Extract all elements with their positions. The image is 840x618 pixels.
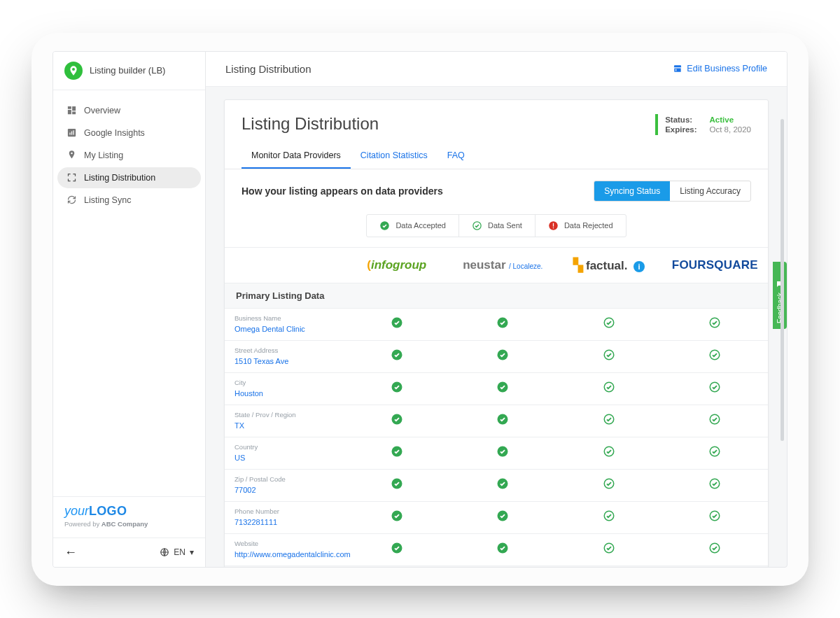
nav-mylisting[interactable]: My Listing xyxy=(57,145,201,166)
status-cell xyxy=(556,340,662,372)
dashboard-icon xyxy=(66,105,77,116)
status-cell xyxy=(556,308,662,340)
status-label: Status: xyxy=(665,115,696,124)
nav-sync[interactable]: Listing Sync xyxy=(57,190,201,211)
svg-rect-8 xyxy=(553,223,554,226)
legend: Data Accepted Data Sent Data Rejected xyxy=(241,214,751,237)
edit-business-profile-link[interactable]: Edit Business Profile xyxy=(673,64,767,73)
check-filled-icon xyxy=(379,220,390,231)
store-icon xyxy=(673,64,682,73)
status-cell xyxy=(344,340,450,372)
legend-rejected: Data Rejected xyxy=(535,215,626,237)
alert-icon xyxy=(548,220,559,231)
status-cell xyxy=(344,372,450,405)
data-row: Street Address1510 Texas Ave xyxy=(225,340,768,372)
status-cell xyxy=(662,405,769,437)
feedback-tab[interactable]: Feedback xyxy=(773,262,787,329)
row-label: Business NameOmega Dental Clinic xyxy=(225,308,344,340)
expires-value: Oct 8, 2020 xyxy=(710,125,751,134)
field-value-link[interactable]: 77002 xyxy=(234,486,256,494)
nav-label: My Listing xyxy=(84,150,123,160)
field-value-link[interactable]: http://www.omegadentalclinic.com xyxy=(234,550,351,559)
status-cell xyxy=(450,405,556,437)
status-cell xyxy=(344,501,450,533)
data-row: Business NameOmega Dental Clinic xyxy=(225,308,768,340)
legend-sent: Data Sent xyxy=(458,215,535,237)
svg-rect-2 xyxy=(71,132,71,135)
sidebar-nav: Overview Google Insights My Listing List… xyxy=(53,90,205,496)
provider-factual: ▚ factual. i xyxy=(556,247,662,283)
data-row: CityHouston xyxy=(225,372,768,405)
field-value-link[interactable]: 1510 Texas Ave xyxy=(234,357,288,365)
language-selector[interactable]: EN ▾ xyxy=(160,547,194,557)
section-additional: Additional Listing DataAccuracy monitori… xyxy=(225,566,768,567)
main: Listing Distribution Edit Business Profi… xyxy=(206,52,787,567)
view-toggle: Syncing Status Listing Accuracy xyxy=(594,181,751,202)
app-logo-icon xyxy=(64,62,83,80)
sync-icon xyxy=(66,195,77,206)
provider-header-row: infogroup neustar / Localeze. ▚ factual.… xyxy=(225,247,768,283)
data-row: State / Prov / RegionTX xyxy=(225,405,768,437)
tab-monitor[interactable]: Monitor Data Providers xyxy=(241,143,351,169)
data-row: Phone Number7132281111 xyxy=(225,501,768,533)
field-value-link[interactable]: Omega Dental Clinic xyxy=(234,325,305,333)
nav-overview[interactable]: Overview xyxy=(57,100,201,121)
legend-accepted: Data Accepted xyxy=(367,215,458,237)
card-tabs: Monitor Data Providers Citation Statisti… xyxy=(225,143,768,169)
field-value-link[interactable]: Houston xyxy=(234,389,263,398)
row-label: CityHouston xyxy=(225,372,344,405)
nav-label: Overview xyxy=(84,106,120,115)
status-cell xyxy=(556,469,662,501)
toggle-accuracy[interactable]: Listing Accuracy xyxy=(670,181,750,201)
status-cell xyxy=(556,437,662,469)
data-row: CountryUS xyxy=(225,437,768,469)
row-label: CountryUS xyxy=(225,437,344,469)
expires-label: Expires: xyxy=(665,125,696,134)
tab-citation[interactable]: Citation Statistics xyxy=(351,143,438,169)
tab-faq[interactable]: FAQ xyxy=(438,143,475,169)
row-label: Street Address1510 Texas Ave xyxy=(225,340,344,372)
provider-foursquare: FOURSQUARE xyxy=(662,247,769,283)
svg-rect-3 xyxy=(73,130,74,134)
status-cell xyxy=(662,372,769,405)
field-value-link[interactable]: US xyxy=(234,454,245,462)
status-value: Active xyxy=(710,115,751,124)
nav-insights[interactable]: Google Insights xyxy=(57,122,201,143)
subheading: How your listing appears on data provide… xyxy=(241,185,443,197)
status-cell xyxy=(662,437,769,469)
status-cell xyxy=(662,308,769,340)
sidebar-bottom: ← EN ▾ xyxy=(53,538,205,567)
powered-by: Powered by ABC Company xyxy=(64,520,194,528)
status-cell xyxy=(344,405,450,437)
info-icon[interactable]: i xyxy=(634,261,645,272)
content-area: Listing Distribution Status: Active Expi… xyxy=(206,87,787,567)
field-value-link[interactable]: 7132281111 xyxy=(234,518,277,526)
back-arrow-icon[interactable]: ← xyxy=(64,545,77,560)
row-label: Phone Number7132281111 xyxy=(225,501,344,533)
scrollbar[interactable] xyxy=(780,119,784,441)
nav-label: Listing Sync xyxy=(84,195,131,205)
status-cell xyxy=(450,437,556,469)
status-cell xyxy=(450,372,556,405)
sidebar-brand: yourLOGO Powered by ABC Company xyxy=(53,496,205,538)
row-label: State / Prov / RegionTX xyxy=(225,405,344,437)
status-cell xyxy=(662,340,769,372)
status-cell xyxy=(556,501,662,533)
nav-distribution[interactable]: Listing Distribution xyxy=(57,167,201,188)
field-value-link[interactable]: TX xyxy=(234,421,244,430)
sidebar-header: Listing builder (LB) xyxy=(53,52,205,90)
chart-icon xyxy=(66,127,77,139)
app-title: Listing builder (LB) xyxy=(90,65,165,76)
chevron-down-icon: ▾ xyxy=(190,547,194,557)
status-cell xyxy=(344,437,450,469)
svg-rect-9 xyxy=(553,227,554,228)
status-cell xyxy=(344,308,450,340)
providers-table: infogroup neustar / Localeze. ▚ factual.… xyxy=(225,247,768,567)
check-outline-icon xyxy=(472,220,482,231)
row-label: Websitehttp://www.omegadentalclinic.com xyxy=(225,533,344,566)
toggle-syncing[interactable]: Syncing Status xyxy=(594,181,670,201)
status-cell xyxy=(556,533,662,566)
pin-icon xyxy=(66,150,77,161)
status-cell xyxy=(450,533,556,566)
status-cell xyxy=(662,533,769,566)
